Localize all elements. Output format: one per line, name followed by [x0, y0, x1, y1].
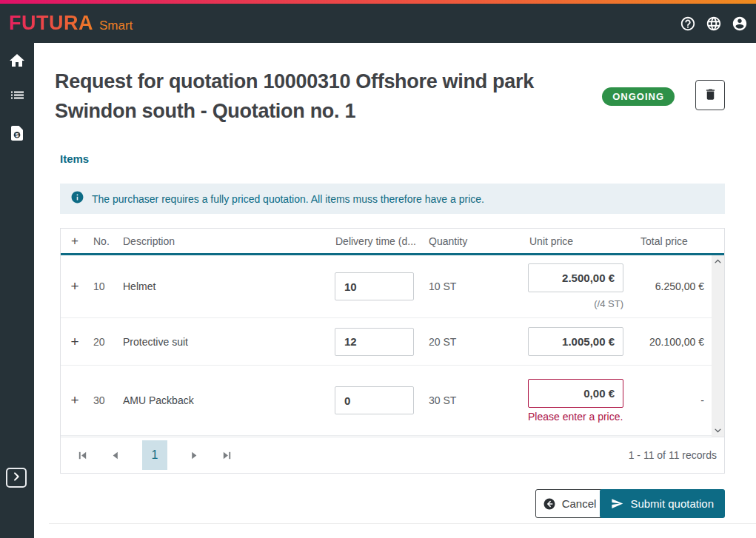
quotation-document-icon[interactable]: $ — [8, 124, 26, 142]
header-icons — [680, 16, 748, 32]
delivery-cell — [335, 272, 427, 300]
unit-price-error: Please enter a price. — [528, 411, 623, 423]
send-icon — [611, 497, 623, 510]
list-icon[interactable] — [8, 88, 26, 106]
account-icon[interactable] — [732, 16, 748, 32]
globe-icon[interactable] — [706, 16, 722, 32]
last-page-icon[interactable] — [221, 450, 233, 461]
home-icon[interactable] — [8, 52, 26, 70]
cancel-label: Cancel — [562, 497, 597, 510]
header-delivery-time: Delivery time (d... — [335, 235, 427, 247]
delete-button[interactable] — [695, 80, 725, 110]
scroll-down-icon[interactable] — [714, 426, 722, 434]
item-quantity: 10 ST — [427, 280, 527, 292]
table-scrollbar[interactable] — [712, 255, 724, 437]
unit-price-cell: Please enter a price. — [527, 379, 631, 423]
sidebar: $ — [0, 43, 34, 538]
info-icon — [70, 190, 84, 207]
cancel-button[interactable]: Cancel — [535, 489, 603, 518]
items-table: + No. Description Delivery time (d... Qu… — [60, 228, 725, 474]
footer-divider — [49, 523, 756, 524]
current-page-button[interactable]: 1 — [142, 440, 167, 470]
item-description: AMU Packback — [121, 394, 335, 406]
main-content: Request for quotation 10000310 Offshore … — [34, 43, 756, 538]
trash-icon — [703, 87, 717, 104]
table-row-helmet: + 10 Helmet 10 ST (/4 ST) 6.250,00 € — [61, 255, 713, 318]
unit-price-input[interactable] — [528, 263, 623, 292]
pagination-bar: 1 1 - 11 of 11 records — [61, 437, 724, 473]
item-no: 30 — [89, 394, 121, 406]
table-header-row: + No. Description Delivery time (d... Qu… — [61, 229, 724, 255]
delivery-time-input[interactable] — [335, 328, 414, 356]
first-page-icon[interactable] — [77, 450, 88, 461]
brand-suffix: Smart — [99, 19, 133, 33]
unit-price-cell: (/4 ST) — [527, 263, 631, 309]
status-badge: ONGOING — [602, 87, 675, 106]
info-banner: The purchaser requires a fully priced qu… — [60, 184, 725, 214]
next-page-icon[interactable] — [189, 450, 200, 461]
table-row-amu-packback: + 30 AMU Packback 30 ST Please enter a p… — [61, 366, 713, 436]
page-title-line1: Request for quotation 10000310 Offshore … — [55, 67, 595, 96]
unit-price-note: (/4 ST) — [594, 298, 623, 309]
page-title: Request for quotation 10000310 Offshore … — [55, 67, 595, 126]
unit-price-cell — [527, 327, 631, 356]
item-no: 20 — [89, 336, 121, 348]
submit-label: Submit quotation — [630, 497, 714, 510]
app-header: FUTURA Smart — [0, 4, 756, 43]
page-title-line2: Swindon south - Quotation no. 1 — [55, 96, 595, 126]
items-section-heading: Items — [60, 152, 89, 165]
item-total-price: - — [631, 394, 713, 406]
unit-price-input[interactable] — [528, 379, 623, 408]
delivery-cell — [335, 386, 427, 414]
sidebar-expand-button[interactable] — [6, 468, 27, 488]
delivery-time-input[interactable] — [335, 272, 414, 300]
delivery-time-input[interactable] — [335, 386, 414, 414]
back-circle-icon — [543, 497, 556, 511]
scroll-up-icon[interactable] — [714, 258, 722, 266]
previous-page-icon[interactable] — [110, 450, 121, 461]
chevron-right-icon — [10, 471, 22, 485]
info-banner-text: The purchaser requires a fully priced qu… — [92, 193, 484, 205]
unit-price-input[interactable] — [528, 327, 623, 356]
header-no: No. — [89, 235, 121, 247]
app-logo: FUTURA Smart — [9, 12, 133, 35]
header-description: Description — [121, 235, 335, 247]
item-description: Helmet — [121, 280, 335, 292]
item-total-price: 20.100,00 € — [631, 336, 713, 348]
header-unit-price: Unit price — [527, 235, 631, 247]
header-total-price: Total price — [631, 235, 713, 247]
svg-text:$: $ — [16, 132, 19, 138]
item-quantity: 20 ST — [427, 336, 527, 348]
expand-row-button[interactable]: + — [61, 334, 89, 350]
expand-row-button[interactable]: + — [61, 392, 89, 408]
item-quantity: 30 ST — [427, 394, 527, 406]
table-body: + 10 Helmet 10 ST (/4 ST) 6.250,00 € + 2… — [61, 255, 724, 437]
item-description: Protective suit — [121, 336, 335, 348]
item-total-price: 6.250,00 € — [631, 280, 713, 292]
expand-row-button[interactable]: + — [61, 278, 89, 295]
submit-quotation-button[interactable]: Submit quotation — [600, 489, 725, 518]
item-no: 10 — [89, 280, 121, 292]
records-count: 1 - 11 of 11 records — [629, 449, 717, 461]
header-quantity: Quantity — [427, 235, 527, 247]
table-row-protective-suit: + 20 Protective suit 20 ST 20.100,00 € — [61, 318, 713, 366]
delivery-cell — [335, 328, 427, 356]
brand-name: FUTURA — [9, 12, 93, 35]
help-icon[interactable] — [680, 16, 696, 32]
header-expander: + — [61, 234, 89, 249]
